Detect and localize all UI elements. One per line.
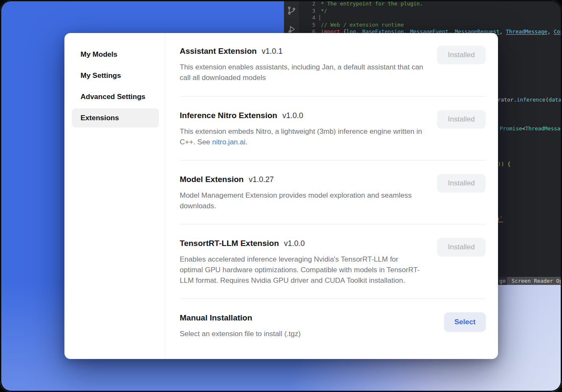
extension-info: Inference Nitro Extension v1.0.0 This ex…: [180, 97, 423, 147]
select-file-button[interactable]: Select: [444, 312, 486, 331]
desktop-window: 2* The entrypoint for the plugin. 3*/ 4 …: [0, 0, 562, 392]
code-line: 3*/: [284, 8, 562, 15]
settings-modal: My Models My Settings Advanced Settings …: [64, 33, 498, 359]
extension-row-manual-installation: Manual Installation Select an extension …: [180, 299, 486, 339]
nitro-jan-ai-link[interactable]: nitro.jan.ai.: [212, 138, 248, 146]
extension-row-tensorrt-llm: TensortRT-LLM Extension v1.0.0 Enables a…: [180, 224, 486, 286]
code-text: */: [315, 8, 327, 14]
line-number: 5: [284, 22, 315, 29]
code-text: * The entrypoint for the plugin.: [315, 0, 423, 7]
installed-button[interactable]: Installed: [437, 238, 486, 257]
extension-row-model: Model Extension v1.0.27 Model Management…: [180, 160, 486, 211]
code-fragment: Promise<ThreadMessage>: [500, 125, 562, 133]
extension-version: v1.0.1: [262, 47, 283, 56]
text-cursor: [320, 15, 320, 21]
extension-description: Select an extension file to install (.tg…: [180, 329, 300, 339]
extension-row-inference-nitro: Inference Nitro Extension v1.0.0 This ex…: [180, 97, 486, 147]
sidebar-item-my-settings[interactable]: My Settings: [72, 66, 159, 85]
code-text: [315, 14, 321, 21]
screenshot-canvas: 2* The entrypoint for the plugin. 3*/ 4 …: [0, 0, 562, 392]
extension-info: TensortRT-LLM Extension v1.0.0 Enables a…: [180, 224, 423, 286]
extension-version: v1.0.27: [249, 175, 274, 184]
line-number: 4: [284, 14, 315, 22]
installed-button[interactable]: Installed: [437, 46, 486, 64]
code-text: // Web / extension runtime: [315, 22, 404, 28]
code-line: 2* The entrypoint for the plugin.: [284, 0, 562, 8]
status-bar-screen-reader-item[interactable]: Screen Reader Optimize: [507, 277, 562, 285]
extension-row-assistant: Assistant Extension v1.0.1 This extensio…: [180, 44, 486, 83]
extension-name: Model Extension: [180, 175, 244, 184]
extension-name: Assistant Extension: [180, 47, 257, 56]
sidebar-item-my-models[interactable]: My Models: [72, 45, 159, 64]
extension-info: Assistant Extension v1.0.1 This extensio…: [180, 44, 423, 83]
extension-info: Model Extension v1.0.27 Model Management…: [180, 160, 423, 211]
code-fragment: rator.inference(data));: [498, 97, 562, 104]
status-bar-item[interactable]: go: [499, 277, 506, 285]
line-number: 3: [284, 8, 315, 15]
extension-description: This extension enables assistants, inclu…: [180, 62, 423, 83]
extensions-panel: Assistant Extension v1.0.1 This extensio…: [165, 33, 498, 359]
extension-description: Model Management Extension provides mode…: [180, 190, 423, 211]
sidebar-item-advanced-settings[interactable]: Advanced Settings: [72, 87, 159, 106]
sidebar-item-extensions[interactable]: Extensions: [72, 108, 159, 127]
extension-description: This extension embeds Nitro, a lightweig…: [180, 126, 423, 147]
extension-version: v1.0.0: [284, 239, 305, 248]
code-line: 4: [284, 14, 562, 22]
extension-info: Manual Installation Select an extension …: [180, 299, 300, 339]
extension-description: Enables accelerated inference leveraging…: [180, 254, 423, 286]
installed-button[interactable]: Installed: [437, 174, 486, 193]
extension-name: Manual Installation: [180, 313, 252, 323]
extension-name: TensortRT-LLM Extension: [180, 239, 279, 248]
line-number: 2: [284, 0, 315, 8]
extension-name: Inference Nitro Extension: [180, 111, 277, 120]
installed-button[interactable]: Installed: [437, 110, 486, 129]
extension-version: v1.0.0: [282, 111, 303, 120]
code-line: 5// Web / extension runtime: [284, 22, 562, 29]
settings-sidebar: My Models My Settings Advanced Settings …: [64, 33, 165, 359]
